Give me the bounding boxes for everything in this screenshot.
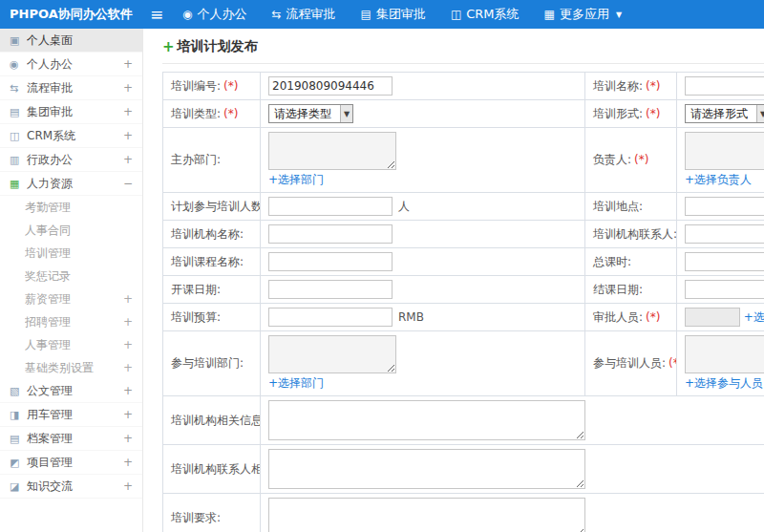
expand-toggle[interactable]: + [121,432,133,445]
sidebar-subitem-label: 薪资管理 [25,291,121,308]
sidebar-item-group-approval[interactable]: ▤ 集团审批 + [0,100,142,124]
expand-toggle[interactable]: + [121,315,133,329]
hr-icon: ▦ [10,178,27,190]
org-contact-input[interactable] [685,224,764,244]
host-dept-textarea[interactable] [268,132,396,170]
expand-toggle[interactable]: + [121,384,133,397]
join-dept-textarea[interactable] [268,335,396,373]
chevron-down-icon: ▼ [756,105,764,122]
org-contact-info-textarea[interactable] [268,449,585,489]
expand-toggle[interactable]: + [121,456,133,469]
expand-toggle[interactable]: + [121,57,133,71]
topnav-crm-system[interactable]: ◫ CRM系统 [438,0,532,29]
topnav-label: 更多应用 [560,6,609,23]
car-icon: ◨ [10,409,27,421]
select-join-dept-link[interactable]: +选择部门 [268,375,324,392]
sidebar-item-base-category-settings[interactable]: 基础类别设置 + [0,356,142,379]
course-name-input[interactable] [268,252,393,271]
org-info-textarea[interactable] [268,400,585,440]
sidebar-subitem-label: 奖惩记录 [25,268,121,285]
sidebar-item-knowledge-exchange[interactable]: ◪ 知识交流 + [0,475,142,499]
training-number-input[interactable] [268,76,393,96]
field-label: 培训机构联系人: [593,227,677,241]
sidebar-item-recruit-mgmt[interactable]: 招聘管理 + [0,310,142,333]
sidebar: ▣ 个人桌面 ◉ 个人办公 + ⇆ 流程审批 + ▤ 集团审批 + ◫ CRM系… [0,29,143,532]
select-approver-link[interactable]: +选择审批人员 [744,310,764,324]
org-name-input[interactable] [268,224,393,244]
training-name-input[interactable] [685,76,764,96]
budget-input[interactable] [268,308,393,327]
expand-toggle[interactable]: + [121,479,133,493]
collapse-toggle[interactable]: − [121,177,133,190]
sidebar-item-process-approval[interactable]: ⇆ 流程审批 + [0,76,142,100]
requirements-textarea[interactable] [268,498,585,532]
select-leader-link[interactable]: +选择负责人 [685,172,752,188]
expand-toggle[interactable]: + [121,105,133,118]
select-dept-link[interactable]: +选择部门 [268,172,324,188]
expand-toggle[interactable]: + [121,81,133,95]
training-mode-select[interactable]: 请选择形式 ▼ [685,104,764,123]
table-row: 培训课程名称: 总课时: [163,248,764,276]
select-join-people-link[interactable]: +选择参与人员 [685,375,763,392]
sidebar-item-label: 用车管理 [27,407,121,423]
field-label: 培训机构相关信息: [171,414,261,427]
required-mark: (*) [646,79,660,93]
sidebar-item-reward-punishment[interactable]: 奖惩记录 [0,265,142,287]
sidebar-item-personal-desktop[interactable]: ▣ 个人桌面 [0,29,142,53]
expand-toggle[interactable]: + [121,129,133,142]
required-mark: (*) [223,79,238,93]
page-title: 培训计划发布 [178,38,258,55]
sidebar-item-hr[interactable]: ▦ 人力资源 − [0,172,142,196]
field-label: 培训类型: [171,107,221,120]
document-icon: ▧ [10,385,27,397]
sidebar-subitem-label: 考勤管理 [25,200,121,216]
page-header: + 培训计划发布 [162,36,764,64]
project-icon: ◩ [10,457,27,469]
sidebar-item-personnel-mgmt[interactable]: 人事管理 + [0,333,142,356]
expand-toggle[interactable]: + [121,338,133,351]
sidebar-item-hr-contract[interactable]: 人事合同 [0,219,142,242]
sidebar-item-crm-system[interactable]: ◫ CRM系统 + [0,124,142,148]
main-content: + 培训计划发布 培训编号:(*) 培训名称:(*) 培训类型:(*) 请选择类… [143,29,764,532]
topnav-personal-office[interactable]: ◉ 个人办公 [170,0,259,29]
sidebar-subitem-label: 培训管理 [25,245,121,262]
leader-textarea[interactable] [685,132,764,170]
end-date-input[interactable] [685,280,764,299]
crm-icon: ◫ [10,130,27,142]
table-row: 参与培训部门: +选择部门 参与培训人员:(*) +选择参与人员 [163,331,764,396]
field-label: 参与培训人员: [593,356,666,370]
expand-toggle[interactable]: + [121,361,133,374]
topnav-group-approval[interactable]: ▤ 集团审批 [349,0,438,29]
sidebar-item-personal-office[interactable]: ◉ 个人办公 + [0,53,142,76]
join-people-textarea[interactable] [685,335,764,373]
expand-toggle[interactable]: + [121,408,133,421]
sidebar-item-archive-mgmt[interactable]: ▤ 档案管理 + [0,427,142,451]
expand-toggle[interactable]: + [121,292,133,306]
sidebar-item-project-mgmt[interactable]: ◩ 项目管理 + [0,451,142,475]
field-label: 培训预算: [171,310,221,324]
required-mark: (*) [646,310,660,324]
topnav-more-apps[interactable]: ▦ 更多应用 ▼ [532,0,635,29]
plus-icon: + [162,40,175,54]
topnav-process-approval[interactable]: ⇆ 流程审批 [259,0,348,29]
sidebar-item-admin-office[interactable]: ▥ 行政办公 + [0,148,142,172]
sidebar-item-vehicle-mgmt[interactable]: ◨ 用车管理 + [0,403,142,427]
location-input[interactable] [685,197,764,216]
expand-toggle[interactable]: + [121,153,133,166]
start-date-input[interactable] [268,280,393,299]
user-icon: ◉ [10,58,27,71]
table-row: 计划参与培训人数:(*) 人 培训地点: [163,193,764,221]
total-hours-input[interactable] [685,252,764,271]
sidebar-item-training-mgmt[interactable]: 培训管理 [0,242,142,265]
approver-input[interactable] [685,308,740,327]
training-type-select[interactable]: 请选择类型 ▼ [268,104,353,123]
topnav-label: 个人办公 [197,6,246,23]
field-label: 培训名称: [593,79,643,93]
sidebar-item-salary-mgmt[interactable]: 薪资管理 + [0,287,142,310]
sidebar-item-attendance-mgmt[interactable]: 考勤管理 [0,196,142,219]
participant-count-input[interactable] [268,197,393,216]
hamburger-menu-icon[interactable]: ≡ [143,0,170,29]
field-label: 总课时: [593,255,631,268]
table-row: 培训预算: RMB 审批人员:(*) +选择审批人员 [163,304,764,331]
sidebar-item-document-mgmt[interactable]: ▧ 公文管理 + [0,379,142,403]
